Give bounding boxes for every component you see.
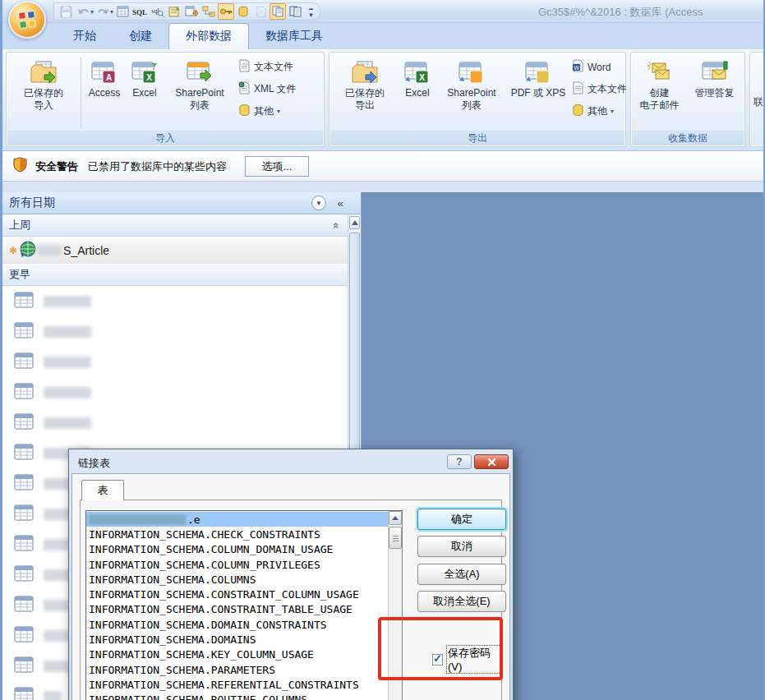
table-list-row[interactable]: INFORMATION_SCHEMA.DOMAIN_CONSTRAINTS — [86, 617, 388, 632]
clipped-button-label[interactable]: 联 — [753, 95, 763, 109]
copy-icon[interactable] — [287, 3, 303, 20]
table-icon — [14, 413, 34, 433]
manage-replies-icon — [701, 58, 729, 87]
table-icon — [14, 656, 34, 676]
documents-icon[interactable] — [270, 3, 286, 20]
table-name: INFORMATION_SCHEMA.PARAMETERS — [89, 664, 275, 676]
sql-view-icon[interactable]: sql — [149, 3, 165, 20]
properties-icon[interactable] — [166, 3, 182, 20]
export-excel-button[interactable]: X Excel — [399, 54, 436, 131]
table-list-row[interactable]: INFORMATION_SCHEMA.CONSTRAINT_TABLE_USAG… — [86, 602, 388, 617]
table-list-row[interactable]: INFORMATION_SCHEMA.KEY_COLUMN_USAGE — [86, 647, 388, 662]
export-word-button[interactable]: W Word — [569, 58, 624, 76]
nav-table-item[interactable] — [2, 316, 348, 347]
export-other-button[interactable]: 其他▾ — [569, 102, 624, 121]
export-sharepoint-button[interactable]: SharePoint列表 — [436, 54, 507, 131]
database-import-icon[interactable] — [183, 3, 200, 20]
navigation-pane-header[interactable]: 所有日期 ▼ « — [2, 192, 361, 214]
import-xml-file-button[interactable]: XML 文件 — [236, 80, 321, 99]
dialog-close-button[interactable] — [474, 454, 509, 469]
collapse-pane-icon[interactable]: « — [333, 195, 348, 211]
chevron-down-icon[interactable]: ▾ — [90, 8, 94, 16]
scroll-up-icon[interactable] — [389, 511, 402, 525]
relationships-icon[interactable] — [200, 3, 217, 20]
export-text-file-button[interactable]: 文本文件 — [569, 80, 624, 99]
ribbon-tab-row: 开始创建外部数据数据库工具 — [2, 23, 765, 49]
save-icon[interactable] — [58, 3, 74, 20]
database-column-icon[interactable] — [235, 3, 251, 20]
checkbox-checked-icon[interactable] — [432, 654, 443, 665]
tab-开始[interactable]: 开始 — [57, 24, 113, 49]
scroll-up-icon[interactable] — [349, 216, 360, 229]
table-list-row[interactable]: INFORMATION_SCHEMA.DOMAINS — [86, 632, 388, 647]
table-list-row[interactable]: INFORMATION_SCHEMA.REFERENTIAL_CONSTRAIN… — [86, 677, 388, 692]
nav-table-item[interactable] — [2, 377, 348, 408]
tab-外部数据[interactable]: 外部数据 — [168, 23, 249, 49]
linked-table-globe-icon — [19, 240, 37, 261]
nav-scrollbar-thumb[interactable] — [349, 233, 360, 479]
table-list-row[interactable]: INFORMATION_SCHEMA.ROUTINE_COLUMNS — [86, 693, 388, 700]
office-button[interactable] — [8, 1, 46, 39]
table-list-row[interactable]: INFORMATION_SCHEMA.CONSTRAINT_COLUMN_USA… — [86, 587, 388, 601]
saved-exports-button[interactable]: 已保存的导出 — [331, 54, 399, 131]
manage-replies-button[interactable]: 管理答复 — [686, 54, 743, 131]
censored-text — [44, 417, 91, 429]
nav-item-article[interactable]: ✱ S_Article — [2, 237, 348, 264]
nav-menu-dropdown-icon[interactable]: ▼ — [311, 196, 326, 210]
censored-text — [44, 296, 91, 307]
import-text-file-button[interactable]: 文本文件 — [236, 58, 321, 76]
table-name: INFORMATION_SCHEMA.COLUMN_PRIVILEGES — [89, 559, 320, 571]
table-name: INFORMATION_SCHEMA.COLUMN_DOMAIN_USAGE — [89, 543, 333, 555]
deselect-all-button[interactable]: 取消全选(E) — [417, 591, 506, 612]
dialog-help-button[interactable]: ? — [447, 454, 472, 469]
ribbon-group-export: 已保存的导出 X Excel SharePoint列表 PDF 或 XPS W — [329, 52, 626, 147]
text-file-icon — [572, 81, 584, 97]
nav-table-item[interactable] — [2, 408, 348, 438]
create-email-icon — [646, 58, 674, 87]
import-sharepoint-button[interactable]: SharePoint列表 — [164, 54, 236, 131]
table-list-row[interactable]: .e — [86, 512, 388, 527]
ok-button[interactable]: 确定 — [417, 509, 506, 530]
redo-icon[interactable] — [94, 3, 111, 20]
excel-export-icon: X — [403, 58, 431, 87]
cancel-button[interactable]: 取消 — [417, 536, 506, 557]
undo-icon[interactable] — [75, 3, 91, 20]
nav-group-last-week[interactable]: 上周 « — [2, 214, 348, 237]
nav-group-older[interactable]: 更早 — [2, 264, 348, 286]
dialog-title-bar[interactable]: 链接表 ? — [71, 452, 510, 473]
tab-创建[interactable]: 创建 — [113, 24, 168, 49]
title-bar: ▾▾SQLsql Gc35$#%^&2016 : 数据库 (Access — [2, 0, 765, 23]
key-icon[interactable] — [218, 3, 234, 20]
saved-imports-button[interactable]: 已保存的导入 — [8, 54, 79, 131]
list-scrollbar[interactable] — [388, 511, 402, 700]
record-icon[interactable] — [252, 3, 269, 20]
create-email-button[interactable]: 创建电子邮件 — [633, 54, 686, 131]
import-access-button[interactable]: A Access — [83, 54, 126, 131]
import-other-button[interactable]: 其他▾ — [236, 102, 321, 121]
table-name: INFORMATION_SCHEMA.CONSTRAINT_TABLE_USAG… — [89, 603, 353, 615]
import-excel-button[interactable]: X Excel — [126, 54, 164, 131]
sql-icon[interactable]: SQL — [131, 3, 148, 20]
table-list-row[interactable]: INFORMATION_SCHEMA.CHECK_CONSTRAINTS — [86, 527, 388, 541]
customize-quick-access-icon[interactable] — [309, 5, 313, 18]
datasheet-view-icon[interactable] — [114, 3, 131, 20]
security-options-button[interactable]: 选项... — [245, 156, 309, 177]
tables-listbox[interactable]: .eINFORMATION_SCHEMA.CHECK_CONSTRAINTSIN… — [85, 510, 403, 700]
table-list-row[interactable]: INFORMATION_SCHEMA.COLUMNS — [86, 572, 388, 587]
save-password-checkbox[interactable]: 保存密码(V) — [432, 645, 501, 674]
close-icon — [487, 458, 496, 467]
export-pdf-xps-button[interactable]: PDF 或 XPS — [507, 54, 569, 131]
select-all-button[interactable]: 全选(A) — [417, 564, 506, 585]
nav-table-item[interactable] — [2, 347, 348, 377]
censored-text — [37, 245, 62, 256]
nav-table-item[interactable] — [2, 286, 348, 316]
chevron-down-icon[interactable]: ▾ — [110, 8, 113, 16]
table-list-row[interactable]: INFORMATION_SCHEMA.PARAMETERS — [86, 662, 388, 677]
table-list-row[interactable]: INFORMATION_SCHEMA.COLUMN_PRIVILEGES — [86, 557, 388, 572]
collapse-group-icon[interactable]: « — [330, 222, 343, 228]
list-scrollbar-thumb[interactable] — [389, 527, 402, 549]
tab-数据库工具[interactable]: 数据库工具 — [249, 24, 339, 49]
chevron-down-icon: ▾ — [277, 108, 280, 115]
tab-tables[interactable]: 表 — [81, 480, 124, 500]
table-list-row[interactable]: INFORMATION_SCHEMA.COLUMN_DOMAIN_USAGE — [86, 542, 388, 557]
